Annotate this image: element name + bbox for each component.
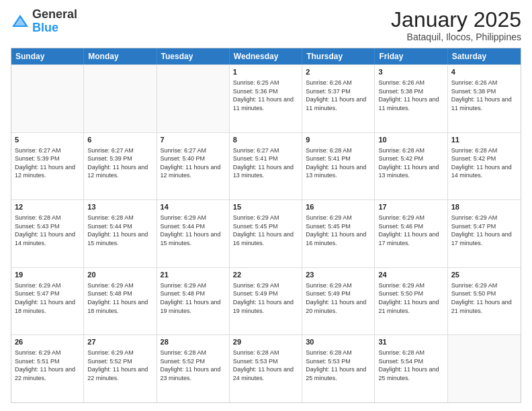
logo-blue-text: Blue — [32, 21, 58, 34]
day-info: Sunrise: 6:28 AM Sunset: 5:43 PM Dayligh… — [15, 214, 80, 247]
logo: General Blue — [11, 8, 77, 35]
day-number: 13 — [87, 202, 152, 212]
day-number: 17 — [378, 202, 443, 212]
calendar-cell-r2c4: 16Sunrise: 6:29 AM Sunset: 5:45 PM Dayli… — [302, 200, 375, 267]
day-number: 11 — [451, 135, 517, 145]
calendar-header-wednesday: Wednesday — [230, 48, 302, 64]
day-info: Sunrise: 6:27 AM Sunset: 5:40 PM Dayligh… — [161, 146, 226, 180]
day-number: 25 — [451, 270, 517, 280]
day-info: Sunrise: 6:29 AM Sunset: 5:46 PM Dayligh… — [378, 214, 443, 247]
calendar-row-3: 19Sunrise: 6:29 AM Sunset: 5:47 PM Dayli… — [11, 267, 521, 335]
calendar-cell-r3c0: 19Sunrise: 6:29 AM Sunset: 5:47 PM Dayli… — [11, 268, 84, 335]
calendar-cell-r1c0: 5Sunrise: 6:27 AM Sunset: 5:39 PM Daylig… — [11, 133, 84, 200]
day-number: 3 — [378, 67, 443, 77]
calendar-cell-r2c2: 14Sunrise: 6:29 AM Sunset: 5:44 PM Dayli… — [157, 200, 230, 267]
day-info: Sunrise: 6:29 AM Sunset: 5:49 PM Dayligh… — [233, 281, 298, 315]
calendar-cell-r1c3: 8Sunrise: 6:27 AM Sunset: 5:41 PM Daylig… — [230, 133, 302, 200]
day-number: 29 — [233, 337, 298, 347]
calendar-cell-r0c5: 3Sunrise: 6:26 AM Sunset: 5:38 PM Daylig… — [375, 65, 447, 132]
calendar-cell-r3c1: 20Sunrise: 6:29 AM Sunset: 5:48 PM Dayli… — [84, 268, 157, 335]
calendar-cell-r4c3: 29Sunrise: 6:28 AM Sunset: 5:53 PM Dayli… — [230, 335, 302, 402]
calendar-cell-r1c2: 7Sunrise: 6:27 AM Sunset: 5:40 PM Daylig… — [157, 133, 230, 200]
page: General Blue January 2025 Bataquil, Iloc… — [0, 0, 532, 411]
calendar-cell-r4c5: 31Sunrise: 6:28 AM Sunset: 5:54 PM Dayli… — [375, 335, 447, 402]
day-info: Sunrise: 6:29 AM Sunset: 5:49 PM Dayligh… — [306, 281, 371, 315]
day-number: 7 — [161, 135, 226, 145]
calendar-cell-r4c2: 28Sunrise: 6:28 AM Sunset: 5:52 PM Dayli… — [157, 335, 230, 402]
day-number: 2 — [306, 67, 371, 77]
calendar-cell-r2c1: 13Sunrise: 6:28 AM Sunset: 5:44 PM Dayli… — [84, 200, 157, 267]
day-info: Sunrise: 6:28 AM Sunset: 5:52 PM Dayligh… — [161, 349, 226, 382]
logo-text: General Blue — [32, 8, 77, 35]
day-number: 31 — [378, 337, 443, 347]
day-number: 28 — [161, 337, 226, 347]
calendar: SundayMondayTuesdayWednesdayThursdayFrid… — [11, 48, 521, 403]
day-number: 10 — [378, 135, 443, 145]
day-info: Sunrise: 6:26 AM Sunset: 5:38 PM Dayligh… — [378, 79, 443, 112]
header: General Blue January 2025 Bataquil, Iloc… — [11, 8, 521, 42]
calendar-cell-r1c5: 10Sunrise: 6:28 AM Sunset: 5:42 PM Dayli… — [375, 133, 447, 200]
day-info: Sunrise: 6:26 AM Sunset: 5:38 PM Dayligh… — [451, 79, 517, 112]
day-number: 23 — [306, 270, 371, 280]
day-info: Sunrise: 6:28 AM Sunset: 5:53 PM Dayligh… — [233, 349, 298, 382]
calendar-cell-r0c3: 1Sunrise: 6:25 AM Sunset: 5:36 PM Daylig… — [230, 65, 302, 132]
calendar-header-saturday: Saturday — [448, 48, 521, 64]
calendar-cell-r4c0: 26Sunrise: 6:29 AM Sunset: 5:51 PM Dayli… — [11, 335, 84, 402]
day-info: Sunrise: 6:27 AM Sunset: 5:39 PM Dayligh… — [15, 146, 80, 180]
calendar-cell-r0c1 — [84, 65, 157, 132]
calendar-header-row: SundayMondayTuesdayWednesdayThursdayFrid… — [11, 48, 521, 64]
day-info: Sunrise: 6:29 AM Sunset: 5:50 PM Dayligh… — [378, 281, 443, 315]
calendar-cell-r2c5: 17Sunrise: 6:29 AM Sunset: 5:46 PM Dayli… — [375, 200, 447, 267]
day-info: Sunrise: 6:25 AM Sunset: 5:36 PM Dayligh… — [233, 79, 298, 112]
calendar-row-1: 5Sunrise: 6:27 AM Sunset: 5:39 PM Daylig… — [11, 132, 521, 200]
day-number: 24 — [378, 270, 443, 280]
calendar-cell-r1c6: 11Sunrise: 6:28 AM Sunset: 5:42 PM Dayli… — [448, 133, 521, 200]
day-number: 12 — [15, 202, 80, 212]
day-number: 22 — [233, 270, 298, 280]
calendar-cell-r3c4: 23Sunrise: 6:29 AM Sunset: 5:49 PM Dayli… — [302, 268, 375, 335]
day-info: Sunrise: 6:27 AM Sunset: 5:41 PM Dayligh… — [233, 146, 298, 180]
day-info: Sunrise: 6:26 AM Sunset: 5:37 PM Dayligh… — [306, 79, 371, 112]
calendar-cell-r0c6: 4Sunrise: 6:26 AM Sunset: 5:38 PM Daylig… — [448, 65, 521, 132]
title-block: January 2025 Bataquil, Ilocos, Philippin… — [391, 8, 521, 42]
day-number: 8 — [233, 135, 298, 145]
day-number: 30 — [306, 337, 371, 347]
calendar-cell-r2c3: 15Sunrise: 6:29 AM Sunset: 5:45 PM Dayli… — [230, 200, 302, 267]
calendar-cell-r2c6: 18Sunrise: 6:29 AM Sunset: 5:47 PM Dayli… — [448, 200, 521, 267]
day-info: Sunrise: 6:29 AM Sunset: 5:51 PM Dayligh… — [15, 349, 80, 382]
day-info: Sunrise: 6:28 AM Sunset: 5:53 PM Dayligh… — [306, 349, 371, 382]
day-info: Sunrise: 6:29 AM Sunset: 5:48 PM Dayligh… — [161, 281, 226, 315]
day-info: Sunrise: 6:28 AM Sunset: 5:42 PM Dayligh… — [451, 146, 517, 180]
day-number: 19 — [15, 270, 80, 280]
day-number: 21 — [161, 270, 226, 280]
calendar-cell-r3c3: 22Sunrise: 6:29 AM Sunset: 5:49 PM Dayli… — [230, 268, 302, 335]
calendar-header-thursday: Thursday — [302, 48, 375, 64]
calendar-header-tuesday: Tuesday — [157, 48, 230, 64]
day-info: Sunrise: 6:28 AM Sunset: 5:41 PM Dayligh… — [306, 146, 371, 180]
day-info: Sunrise: 6:29 AM Sunset: 5:44 PM Dayligh… — [161, 214, 226, 247]
calendar-cell-r3c6: 25Sunrise: 6:29 AM Sunset: 5:50 PM Dayli… — [448, 268, 521, 335]
calendar-subtitle: Bataquil, Ilocos, Philippines — [391, 32, 521, 42]
day-number: 18 — [451, 202, 517, 212]
calendar-cell-r1c1: 6Sunrise: 6:27 AM Sunset: 5:39 PM Daylig… — [84, 133, 157, 200]
day-info: Sunrise: 6:28 AM Sunset: 5:42 PM Dayligh… — [378, 146, 443, 180]
calendar-title: January 2025 — [391, 8, 521, 32]
calendar-cell-r0c4: 2Sunrise: 6:26 AM Sunset: 5:37 PM Daylig… — [302, 65, 375, 132]
day-number: 15 — [233, 202, 298, 212]
calendar-cell-r0c2 — [157, 65, 230, 132]
day-number: 26 — [15, 337, 80, 347]
calendar-cell-r3c5: 24Sunrise: 6:29 AM Sunset: 5:50 PM Dayli… — [375, 268, 447, 335]
day-info: Sunrise: 6:29 AM Sunset: 5:48 PM Dayligh… — [87, 281, 152, 315]
day-info: Sunrise: 6:29 AM Sunset: 5:50 PM Dayligh… — [451, 281, 517, 315]
day-number: 9 — [306, 135, 371, 145]
calendar-cell-r0c0 — [11, 65, 84, 132]
calendar-cell-r4c1: 27Sunrise: 6:29 AM Sunset: 5:52 PM Dayli… — [84, 335, 157, 402]
day-info: Sunrise: 6:28 AM Sunset: 5:44 PM Dayligh… — [87, 214, 152, 247]
day-number: 6 — [87, 135, 152, 145]
day-number: 5 — [15, 135, 80, 145]
calendar-cell-r1c4: 9Sunrise: 6:28 AM Sunset: 5:41 PM Daylig… — [302, 133, 375, 200]
calendar-header-friday: Friday — [375, 48, 447, 64]
day-info: Sunrise: 6:27 AM Sunset: 5:39 PM Dayligh… — [87, 146, 152, 180]
day-info: Sunrise: 6:29 AM Sunset: 5:45 PM Dayligh… — [233, 214, 298, 247]
day-info: Sunrise: 6:29 AM Sunset: 5:45 PM Dayligh… — [306, 214, 371, 247]
